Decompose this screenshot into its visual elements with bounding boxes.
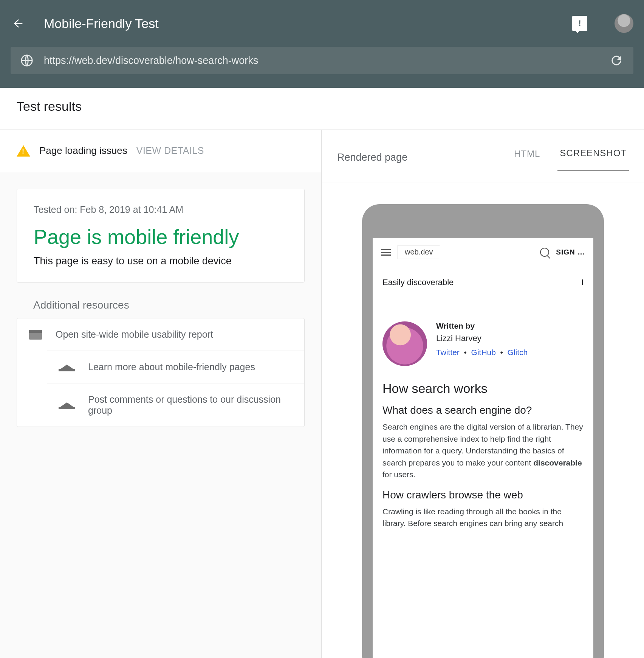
- author-name: Lizzi Harvey: [436, 334, 528, 343]
- result-headline: Page is mobile friendly: [34, 225, 288, 248]
- device-frame: web.dev SIGN … Easily discoverableI Writ…: [362, 204, 604, 658]
- tab-screenshot[interactable]: SCREENSHOT: [557, 143, 629, 171]
- site-logo[interactable]: web.dev: [398, 245, 440, 259]
- link-github[interactable]: GitHub: [471, 348, 496, 357]
- additional-resources-title: Additional resources: [33, 299, 305, 311]
- link-twitter[interactable]: Twitter: [436, 348, 460, 357]
- url-input[interactable]: [44, 55, 599, 67]
- app-title: Mobile-Friendly Test: [44, 16, 159, 31]
- school-icon: [59, 365, 74, 370]
- breadcrumb: Easily discoverableI: [382, 278, 584, 287]
- tab-html[interactable]: HTML: [512, 144, 542, 171]
- article-title: How search works: [382, 381, 584, 396]
- sign-in-button[interactable]: SIGN …: [556, 248, 585, 256]
- resource-text: Post comments or questions to our discus…: [88, 394, 292, 416]
- rendered-page-label: Rendered page: [337, 152, 497, 163]
- article-heading: How crawlers browse the web: [382, 489, 584, 501]
- resource-link[interactable]: Post comments or questions to our discus…: [47, 383, 304, 427]
- link-glitch[interactable]: Glitch: [508, 348, 528, 357]
- globe-icon: [20, 54, 33, 67]
- written-by-label: Written by: [436, 321, 528, 331]
- alert-icon: !: [578, 19, 581, 28]
- reload-button[interactable]: [609, 53, 624, 68]
- device-screen: web.dev SIGN … Easily discoverableI Writ…: [373, 238, 593, 658]
- issue-label: Page loading issues: [39, 145, 127, 157]
- tested-on: Tested on: Feb 8, 2019 at 10:41 AM: [34, 204, 288, 215]
- hamburger-icon[interactable]: [381, 249, 391, 256]
- author-avatar: [382, 321, 427, 366]
- window-icon: [29, 330, 42, 340]
- search-icon[interactable]: [540, 248, 549, 257]
- resource-text: Learn more about mobile-friendly pages: [88, 362, 255, 372]
- result-subtext: This page is easy to use on a mobile dev…: [34, 255, 288, 267]
- resources-card: Open site-wide mobile usability report L…: [17, 318, 305, 427]
- result-card: Tested on: Feb 8, 2019 at 10:41 AM Page …: [17, 189, 305, 282]
- article-paragraph: Crawling is like reading through all the…: [382, 506, 584, 529]
- url-bar: [11, 47, 633, 74]
- article-heading: What does a search engine do?: [382, 404, 584, 416]
- resource-link[interactable]: Learn more about mobile-friendly pages: [47, 351, 304, 383]
- resource-text: Open site-wide mobile usability report: [56, 329, 213, 340]
- article-paragraph: Search engines are the digital version o…: [382, 421, 584, 481]
- account-avatar[interactable]: [615, 14, 633, 33]
- warning-icon: [17, 145, 30, 157]
- section-title: Test results: [0, 88, 644, 130]
- school-icon: [59, 402, 74, 408]
- view-details-button[interactable]: VIEW DETAILS: [136, 145, 204, 156]
- author-links: Twitter • GitHub • Glitch: [436, 348, 528, 357]
- feedback-button[interactable]: !: [572, 16, 587, 31]
- resource-link[interactable]: Open site-wide mobile usability report: [17, 318, 304, 351]
- back-button[interactable]: [11, 16, 26, 31]
